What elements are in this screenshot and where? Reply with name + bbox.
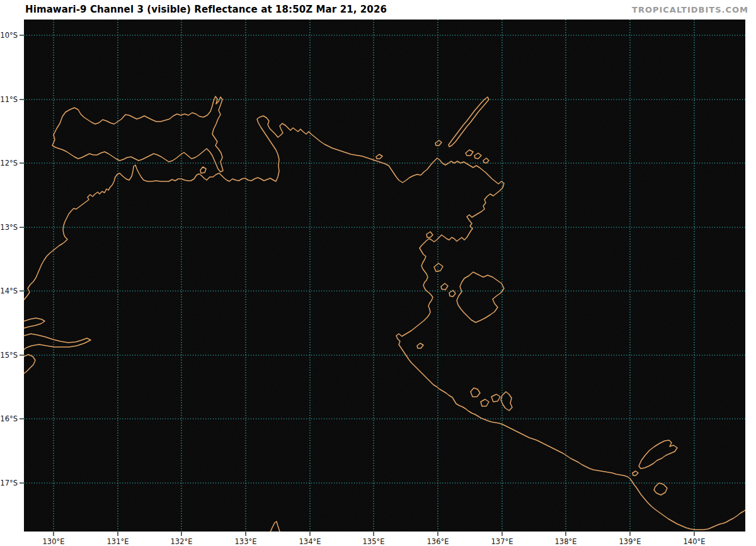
longitude-tick-label: 140°E — [684, 537, 706, 546]
latitude-tick-label: 16°S — [0, 414, 18, 423]
longitude-tick-label: 137°E — [491, 537, 513, 546]
longitude-tick-label: 135°E — [363, 537, 385, 546]
latitude-tick-label: 12°S — [0, 159, 18, 168]
satellite-map-canvas: 10°S11°S12°S13°S14°S15°S16°S17°S130°E131… — [0, 0, 756, 546]
latitude-tick-label: 17°S — [0, 479, 18, 487]
longitude-tick-label: 131°E — [107, 537, 129, 546]
longitude-tick-label: 130°E — [43, 537, 65, 546]
latitude-tick-label: 15°S — [0, 351, 18, 360]
longitude-tick-label: 133°E — [235, 537, 257, 546]
satellite-image-panel: Himawari-9 Channel 3 (visible) Reflectan… — [0, 0, 756, 546]
longitude-tick-label: 138°E — [555, 537, 577, 546]
longitude-tick-label: 132°E — [171, 537, 193, 546]
longitude-tick-label: 136°E — [427, 537, 449, 546]
latitude-tick-label: 10°S — [0, 31, 18, 40]
longitude-tick-label: 134°E — [299, 537, 321, 546]
latitude-tick-label: 11°S — [0, 95, 18, 104]
latitude-tick-label: 13°S — [0, 223, 18, 232]
longitude-tick-label: 139°E — [619, 537, 641, 546]
sensor-noise-overlay — [24, 20, 745, 532]
latitude-tick-label: 14°S — [0, 287, 18, 295]
